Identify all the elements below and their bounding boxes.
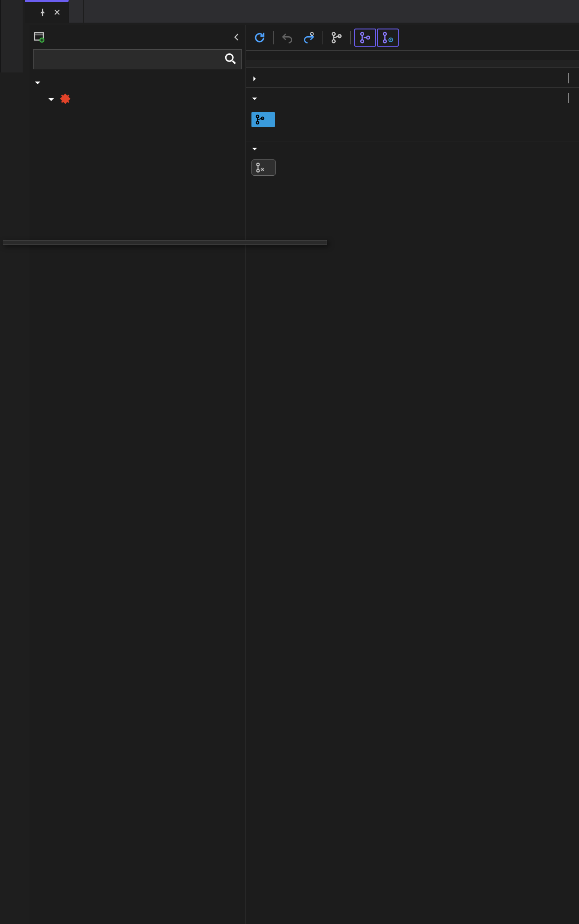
incoming-header[interactable]: |	[246, 67, 579, 87]
local-history-header[interactable]	[246, 141, 579, 155]
tree-repo-node[interactable]	[43, 88, 246, 109]
refresh-button[interactable]	[249, 29, 270, 47]
redo-button[interactable]	[298, 29, 320, 47]
svg-point-14	[383, 40, 386, 43]
svg-point-7	[332, 33, 335, 36]
branch-tag-header[interactable]	[246, 60, 579, 67]
chevron-down-icon	[251, 146, 258, 152]
document-tab-bar	[25, 0, 579, 23]
chevron-left-icon[interactable]	[233, 33, 241, 41]
branches-section[interactable]	[29, 76, 246, 88]
tab-newsitem-cs[interactable]	[69, 0, 84, 23]
svg-point-11	[361, 40, 364, 43]
close-icon[interactable]	[53, 8, 61, 16]
svg-point-20	[257, 169, 260, 172]
svg-point-17	[256, 121, 259, 124]
svg-point-8	[332, 40, 335, 43]
filter-input[interactable]	[33, 49, 242, 69]
svg-point-13	[383, 33, 386, 36]
git-changes-panel: | |	[246, 25, 579, 924]
git-icon	[59, 93, 71, 105]
branch-sync-button[interactable]	[377, 29, 399, 47]
svg-point-12	[367, 36, 370, 39]
branch-context-menu	[3, 240, 327, 245]
chevron-down-icon	[48, 96, 55, 103]
svg-point-2	[226, 54, 233, 61]
search-icon[interactable]	[224, 52, 236, 65]
svg-point-19	[257, 163, 260, 166]
repo-icon	[33, 31, 45, 43]
side-tab-data-sources[interactable]	[0, 0, 23, 72]
git-repository-panel	[29, 25, 246, 924]
svg-point-15	[388, 38, 393, 42]
local-history-chip[interactable]	[251, 159, 276, 176]
chevron-down-icon	[34, 79, 41, 87]
svg-point-10	[361, 33, 364, 36]
chevron-right-icon	[251, 76, 258, 82]
branch-graph-button[interactable]	[326, 29, 347, 47]
svg-point-16	[256, 115, 259, 118]
branch-compare-button[interactable]	[354, 29, 376, 47]
outgoing-branch-chip[interactable]	[251, 112, 275, 127]
pin-icon[interactable]	[39, 8, 47, 16]
chevron-down-icon	[251, 96, 258, 102]
current-branch-row	[246, 51, 579, 60]
outgoing-header[interactable]: |	[246, 87, 579, 107]
tab-git-repository[interactable]	[25, 0, 69, 23]
repo-header[interactable]	[29, 25, 246, 49]
undo-button[interactable]	[276, 29, 298, 47]
right-toolbar	[246, 25, 579, 51]
